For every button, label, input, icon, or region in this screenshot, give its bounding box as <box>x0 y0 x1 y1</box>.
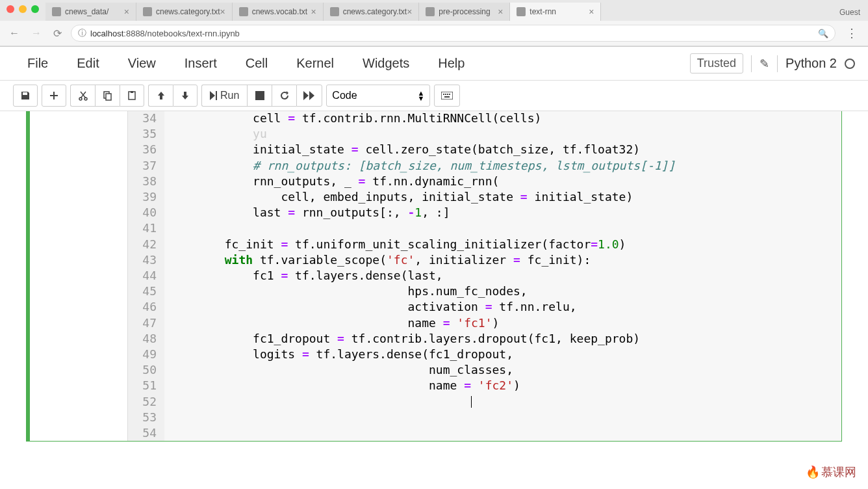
window-maximize-icon[interactable] <box>31 5 39 13</box>
browser-menu-icon[interactable]: ⋮ <box>842 25 862 42</box>
browser-tab[interactable]: cnews.vocab.txt× <box>233 3 324 21</box>
code-content[interactable]: fc1_dropout = tf.contrib.layers.dropout(… <box>164 331 841 347</box>
move-down-button[interactable] <box>173 85 198 107</box>
tab-close-icon[interactable]: × <box>407 7 412 17</box>
menu-cell[interactable]: Cell <box>231 52 282 75</box>
code-line[interactable]: 48 fc1_dropout = tf.contrib.layers.dropo… <box>128 331 841 347</box>
kernel-status-icon <box>845 59 855 69</box>
browser-tab[interactable]: pre-processing× <box>419 3 510 21</box>
url-input[interactable]: ⓘ localhost:8888/notebooks/text-rnn.ipyn… <box>71 25 836 42</box>
line-number: 35 <box>128 126 164 142</box>
code-editor[interactable]: 34 cell = tf.contrib.rnn.MultiRNNCell(ce… <box>127 111 841 441</box>
tab-close-icon[interactable]: × <box>220 7 225 17</box>
menu-edit[interactable]: Edit <box>62 52 113 75</box>
trusted-badge[interactable]: Trusted <box>690 53 743 73</box>
code-line[interactable]: 40 last = rnn_outputs[:, -1, :] <box>128 205 841 220</box>
code-line[interactable]: 35 yu <box>128 126 841 142</box>
add-cell-button[interactable] <box>42 85 66 107</box>
browser-tab[interactable]: text-rnn× <box>510 3 601 21</box>
line-number: 40 <box>128 205 164 220</box>
code-line[interactable]: 54 <box>128 425 841 441</box>
code-content[interactable]: fc_init = tf.uniform_unit_scaling_initia… <box>164 237 841 252</box>
code-content[interactable]: activation = tf.nn.relu, <box>164 299 841 315</box>
browser-tab[interactable]: cnews_data/× <box>45 3 136 21</box>
code-line[interactable]: 52 <box>128 394 841 410</box>
code-line[interactable]: 42 fc_init = tf.uniform_unit_scaling_ini… <box>128 237 841 252</box>
code-content[interactable]: fc1 = tf.layers.dense(last, <box>164 268 841 284</box>
svg-rect-10 <box>445 94 446 95</box>
code-line[interactable]: 38 rnn_outputs, _ = tf.nn.dynamic_rnn( <box>128 174 841 189</box>
line-number: 44 <box>128 268 164 284</box>
code-content[interactable] <box>164 425 841 441</box>
tab-close-icon[interactable]: × <box>498 7 503 17</box>
code-content[interactable] <box>164 220 841 236</box>
copy-button[interactable] <box>95 85 120 107</box>
code-line[interactable]: 44 fc1 = tf.layers.dense(last, <box>128 268 841 284</box>
menu-widgets[interactable]: Widgets <box>348 52 424 75</box>
reload-button[interactable]: ⟳ <box>51 26 64 41</box>
edit-icon[interactable]: ✎ <box>760 57 769 71</box>
menu-file[interactable]: File <box>13 52 62 75</box>
command-palette-button[interactable] <box>434 85 460 107</box>
menu-view[interactable]: View <box>114 52 170 75</box>
browser-tab[interactable]: cnews.category.txt× <box>324 3 420 21</box>
code-line[interactable]: 45 hps.num_fc_nodes, <box>128 284 841 299</box>
move-up-button[interactable] <box>148 85 173 107</box>
arrow-down-icon <box>180 90 190 101</box>
code-content[interactable]: with tf.variable_scope('fc', initializer… <box>164 252 841 268</box>
tab-close-icon[interactable]: × <box>124 7 129 17</box>
paste-button[interactable] <box>120 85 144 107</box>
line-number: 51 <box>128 378 164 393</box>
kernel-name[interactable]: Python 2 <box>785 56 837 71</box>
code-content[interactable]: num_classes, <box>164 362 841 378</box>
run-button[interactable]: Run <box>201 85 247 107</box>
code-line[interactable]: 36 initial_state = cell.zero_state(batch… <box>128 142 841 157</box>
code-content[interactable]: logits = tf.layers.dense(fc1_dropout, <box>164 347 841 362</box>
code-line[interactable]: 39 cell, embed_inputs, initial_state = i… <box>128 189 841 205</box>
code-cell[interactable]: 34 cell = tf.contrib.rnn.MultiRNNCell(ce… <box>26 111 842 442</box>
code-content[interactable] <box>164 410 841 425</box>
interrupt-button[interactable] <box>247 85 272 107</box>
menu-kernel[interactable]: Kernel <box>282 52 348 75</box>
code-content[interactable]: # rnn_outputs: [batch_size, num_timestep… <box>164 158 841 174</box>
restart-button[interactable] <box>272 85 296 107</box>
back-button[interactable]: ← <box>6 26 22 40</box>
code-content[interactable]: cell, embed_inputs, initial_state = init… <box>164 189 841 205</box>
code-line[interactable]: 37 # rnn_outputs: [batch_size, num_times… <box>128 158 841 174</box>
save-button[interactable] <box>13 85 38 107</box>
code-line[interactable]: 51 name = 'fc2') <box>128 378 841 393</box>
restart-run-button[interactable] <box>296 85 322 107</box>
tab-close-icon[interactable]: × <box>589 7 594 17</box>
code-content[interactable]: name = 'fc1') <box>164 315 841 331</box>
forward-button[interactable]: → <box>29 26 44 40</box>
cell-type-select[interactable]: Code ▲▼ <box>326 85 430 107</box>
code-content[interactable]: hps.num_fc_nodes, <box>164 284 841 299</box>
code-line[interactable]: 50 num_classes, <box>128 362 841 378</box>
code-line[interactable]: 53 <box>128 410 841 425</box>
code-content[interactable]: last = rnn_outputs[:, -1, :] <box>164 205 841 220</box>
code-line[interactable]: 46 activation = tf.nn.relu, <box>128 299 841 315</box>
window-close-icon[interactable] <box>6 5 14 13</box>
zoom-icon[interactable]: 🔍 <box>818 29 828 38</box>
guest-label[interactable]: Guest <box>832 4 868 21</box>
browser-tab[interactable]: cnews.category.txt× <box>136 3 233 21</box>
code-content[interactable] <box>164 394 841 410</box>
menu-insert[interactable]: Insert <box>170 52 231 75</box>
code-line[interactable]: 41 <box>128 220 841 236</box>
code-content[interactable]: cell = tf.contrib.rnn.MultiRNNCell(cells… <box>164 111 841 126</box>
tab-close-icon[interactable]: × <box>311 7 316 17</box>
code-line[interactable]: 34 cell = tf.contrib.rnn.MultiRNNCell(ce… <box>128 111 841 126</box>
code-content[interactable]: rnn_outputs, _ = tf.nn.dynamic_rnn( <box>164 174 841 189</box>
window-minimize-icon[interactable] <box>19 5 27 13</box>
menu-help[interactable]: Help <box>424 52 479 75</box>
code-content[interactable]: name = 'fc2') <box>164 378 841 393</box>
code-content[interactable]: yu <box>164 126 841 142</box>
cut-button[interactable] <box>70 85 95 107</box>
code-line[interactable]: 47 name = 'fc1') <box>128 315 841 331</box>
code-content[interactable]: initial_state = cell.zero_state(batch_si… <box>164 142 841 157</box>
code-line[interactable]: 43 with tf.variable_scope('fc', initiali… <box>128 252 841 268</box>
code-line[interactable]: 49 logits = tf.layers.dense(fc1_dropout, <box>128 347 841 362</box>
cell-type-value: Code <box>332 90 357 101</box>
svg-rect-7 <box>255 91 264 100</box>
address-bar: ← → ⟳ ⓘ localhost:8888/notebooks/text-rn… <box>0 21 868 46</box>
